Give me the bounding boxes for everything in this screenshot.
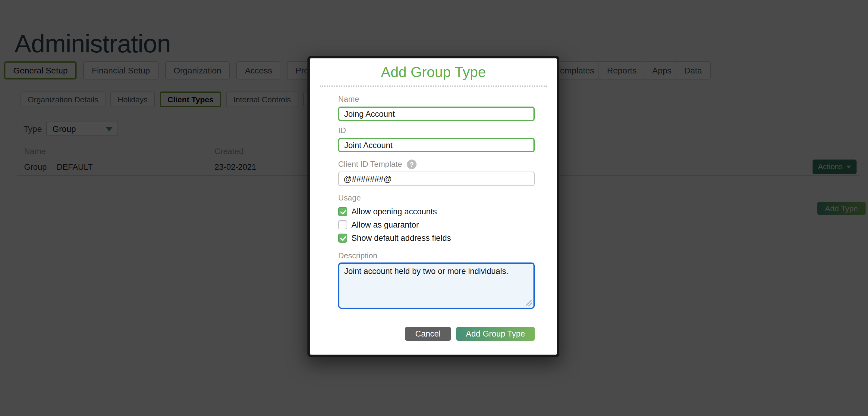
id-input[interactable] [338,138,535,152]
checkbox-label: Allow opening accounts [351,207,437,216]
help-icon[interactable]: ? [407,160,416,169]
usage-section-label: Usage [338,193,535,203]
checkbox-row-show-default-address-fields[interactable]: Show default address fields [338,233,535,243]
administration-page: Administration General Setup Financial S… [0,0,868,416]
client-id-template-label-row: Client ID Template ? [338,160,535,169]
dialog-form: Name ID Client ID Template ? Usage Allow… [338,95,535,341]
cancel-button[interactable]: Cancel [405,327,451,341]
client-id-template-label: Client ID Template [338,160,402,169]
dialog-title: Add Group Type [319,64,548,81]
id-field-label: ID [338,126,535,135]
checkbox-label: Show default address fields [351,233,451,242]
name-input[interactable] [338,107,535,121]
checkbox-show-default-address-fields[interactable] [338,233,347,242]
checkbox-label: Allow as guarantor [351,220,419,229]
checkbox-allow-as-guarantor[interactable] [338,220,347,229]
dialog-divider [320,85,547,87]
description-textarea-wrap: Joint account held by two or more indivi… [338,263,535,309]
description-textarea[interactable]: Joint account held by two or more indivi… [338,263,535,309]
checkbox-row-allow-as-guarantor[interactable]: Allow as guarantor [338,220,535,229]
checkbox-row-allow-opening-accounts[interactable]: Allow opening accounts [338,207,535,216]
checkbox-allow-opening-accounts[interactable] [338,207,347,216]
add-group-type-button[interactable]: Add Group Type [456,327,535,341]
add-group-type-dialog: Add Group Type Name ID Client ID Templat… [310,59,557,355]
resize-handle-icon[interactable] [526,301,532,306]
name-field-label: Name [338,95,535,104]
dialog-footer: Cancel Add Group Type [338,327,535,341]
client-id-template-input[interactable] [338,172,535,186]
description-field-label: Description [338,251,535,261]
